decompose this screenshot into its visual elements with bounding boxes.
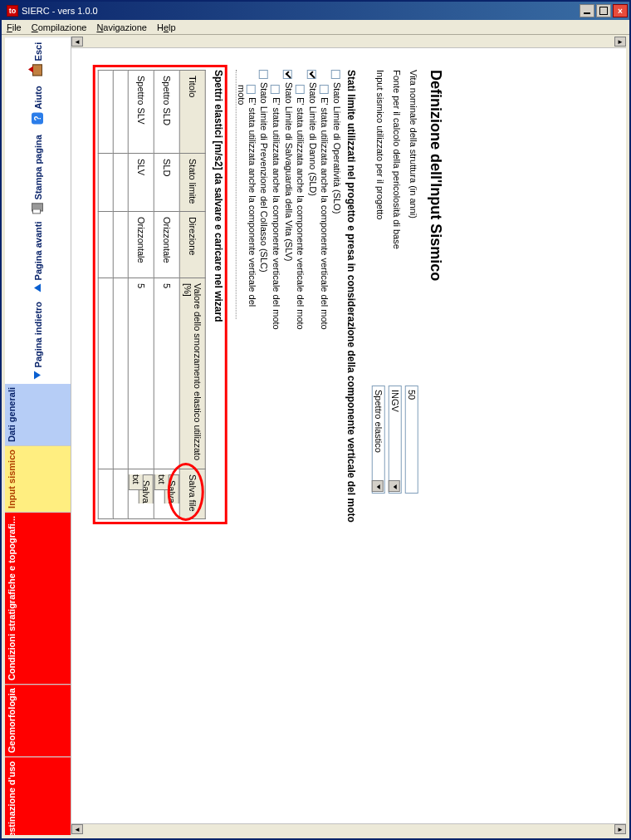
content-pane: ◄ ► Definizione dell'Input Sismico Vita … <box>71 37 626 835</box>
action-pagina-avanti[interactable]: Pagina avanti <box>33 221 43 292</box>
scroll-right-button[interactable]: ► <box>614 37 626 47</box>
slc-label: Stato Limite di Prevenzione del Collasso… <box>259 82 269 273</box>
action-label: Aiuto <box>33 86 43 110</box>
checkbox-slv[interactable] <box>283 70 292 79</box>
sidebar-item-geomorfologia[interactable]: Geomorfologia <box>5 685 71 757</box>
checkbox-slo-vert[interactable] <box>320 85 329 94</box>
action-label: Stampa pagina <box>33 135 43 199</box>
slv-sub: E' stata utilizzata anche la componente … <box>271 97 281 330</box>
printer-icon <box>32 203 44 211</box>
input-label: Input sismico utilizzato per il progetto <box>375 70 385 219</box>
fonte-dropdown[interactable]: INGV <box>389 386 402 494</box>
menu-help[interactable]: Help <box>157 22 176 32</box>
checkbox-sld[interactable] <box>307 70 316 79</box>
sld-sub: E' stata utilizzata anche la componente … <box>296 97 306 330</box>
help-icon: ? <box>32 113 44 125</box>
slo-label: Stato Limite di Operatività (SLO) <box>332 82 342 214</box>
app-window: to SIERC - vers 1.0.0 × File Compilazion… <box>0 0 631 840</box>
fonte-label: Fonte per il calcolo della pericolosità … <box>392 70 402 249</box>
arrow-right-icon <box>35 283 42 292</box>
menu-file[interactable]: File <box>7 22 22 32</box>
sidebar-nav: Dati generali Input sismico Condizioni s… <box>5 384 71 835</box>
action-pagina-indietro[interactable]: Pagina indietro <box>33 302 43 379</box>
sld-label: Stato Limite di Danno (SLD) <box>308 82 318 196</box>
checkbox-slo[interactable] <box>331 70 340 79</box>
vita-input[interactable]: 50 <box>405 386 418 494</box>
checkbox-slc[interactable] <box>259 70 268 79</box>
stati-header: Stati limite utilizzati nel progetto e p… <box>345 70 357 835</box>
vita-label: Vita nominale della struttura (in anni) <box>408 70 418 219</box>
menu-navigazione[interactable]: Navigazione <box>96 22 147 32</box>
sidebar-item-condizioni[interactable]: Condizioni stratigrafiche e topografi... <box>5 513 71 685</box>
close-button[interactable]: × <box>613 4 628 17</box>
annotation-red-frame <box>93 65 227 524</box>
exit-icon <box>33 65 43 76</box>
input-dropdown[interactable]: Spettro elastico <box>372 386 385 494</box>
action-esci[interactable]: Esci <box>33 42 43 76</box>
page-title: Definizione dell'Input Sismico <box>427 70 444 835</box>
nav-actions: Pagina indietro Pagina avanti Stampa pag… <box>5 37 71 384</box>
scroll-left-button[interactable]: ◄ <box>71 37 83 47</box>
left-pane: Pagina indietro Pagina avanti Stampa pag… <box>5 37 71 835</box>
slo-sub: E' stata utilizzata anche la componente … <box>320 97 330 330</box>
action-label: Esci <box>33 42 43 61</box>
slc-sub: E' stata utilizzata anche la componente … <box>237 85 257 307</box>
scrollbar-bottom[interactable]: ◄ ► <box>71 823 626 835</box>
maximize-button[interactable] <box>596 4 611 17</box>
arrow-left-icon <box>35 371 42 379</box>
minimize-button[interactable] <box>580 4 594 17</box>
scroll-right-button[interactable]: ► <box>614 824 626 834</box>
checkbox-sld-vert[interactable] <box>295 85 304 94</box>
checkbox-slc-vert[interactable] <box>247 85 256 94</box>
menu-compilazione[interactable]: Compilazione <box>32 22 87 32</box>
slv-label: Stato Limite di Salvaguardia della Vita … <box>283 82 293 261</box>
titlebar: to SIERC - vers 1.0.0 × <box>2 2 629 20</box>
action-label: Pagina avanti <box>33 221 43 280</box>
sidebar-item-input-sismico[interactable]: Input sismico <box>5 446 71 513</box>
checkbox-slv-vert[interactable] <box>271 85 280 94</box>
content-rotated: Definizione dell'Input Sismico Vita nomi… <box>96 70 444 835</box>
action-aiuto[interactable]: ? Aiuto <box>32 86 44 125</box>
action-label: Pagina indietro <box>33 302 43 367</box>
scrollbar-top[interactable]: ◄ ► <box>71 37 626 48</box>
app-icon: to <box>7 5 18 17</box>
sidebar-item-tipologia[interactable]: Tipologia/Destinazione d'uso <box>5 758 71 835</box>
annotation-red-ellipse <box>168 463 204 521</box>
menubar: File Compilazione Navigazione Help <box>2 20 629 35</box>
action-stampa-pagina[interactable]: Stampa pagina <box>32 135 44 211</box>
scroll-left-button[interactable]: ◄ <box>71 824 83 834</box>
window-title: SIERC - vers 1.0.0 <box>22 6 98 16</box>
sidebar-item-dati-generali[interactable]: Dati generali <box>5 384 71 446</box>
